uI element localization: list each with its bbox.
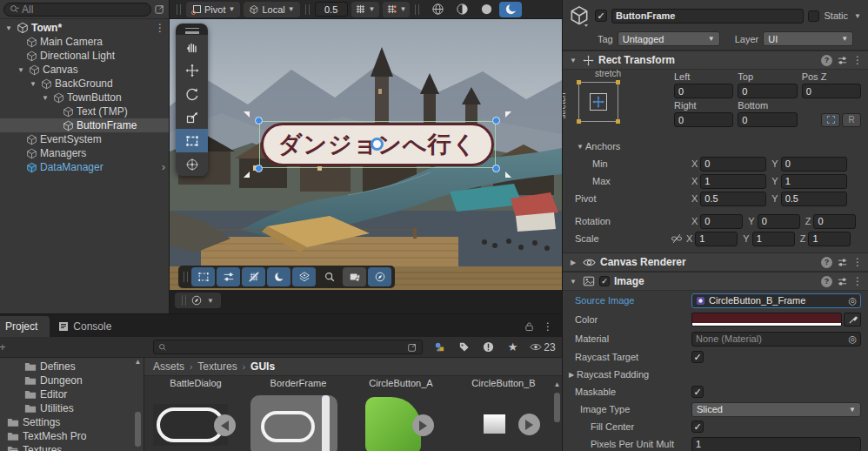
hierarchy-scene-row[interactable]: ▼ Town* ⋮ [0, 21, 169, 35]
layers-toggle[interactable] [292, 267, 316, 286]
asset-battledialog[interactable]: BattleDialog [144, 376, 247, 451]
rect-tool-toggle[interactable] [191, 267, 215, 286]
view-options-toggle[interactable] [217, 267, 240, 286]
hierarchy-search-input[interactable]: All [3, 3, 151, 17]
toolbar-drag-handle[interactable] [305, 4, 310, 15]
open-in-window-icon[interactable] [154, 3, 165, 15]
scale-x-field[interactable] [695, 232, 738, 246]
expand-subassets-button[interactable] [518, 414, 540, 435]
hierarchy-item-managers[interactable]: Managers [0, 146, 169, 160]
toolbar-drag-handle[interactable] [182, 295, 186, 306]
resize-handle-bottom-right[interactable] [492, 165, 500, 172]
warnings-filter-button[interactable] [477, 339, 500, 356]
component-enabled-checkbox[interactable]: ✓ [599, 276, 610, 286]
tab-console[interactable]: Console [50, 316, 124, 337]
resize-handle-top-left[interactable] [255, 117, 263, 125]
scene-menu-icon[interactable]: ⋮ [155, 22, 165, 34]
scene-viewport[interactable]: ダンジョンへ行く [170, 19, 562, 290]
toolbar-drag-handle[interactable] [415, 4, 419, 15]
favorites-button[interactable]: ★ [501, 339, 524, 356]
create-asset-button[interactable]: + [0, 340, 7, 353]
rect-tool-button[interactable] [176, 129, 208, 152]
pane-scrollbar[interactable]: ▲ [552, 358, 562, 451]
search-by-type-button[interactable] [428, 339, 451, 356]
scale-z-field[interactable] [808, 232, 851, 246]
orientation-toggle[interactable] [368, 267, 391, 286]
component-menu-icon[interactable]: ⋮ [852, 54, 863, 66]
anchor-max-x-field[interactable] [700, 174, 766, 189]
foldout-icon[interactable]: ▶ [566, 371, 577, 379]
rotation-x-field[interactable] [700, 214, 743, 229]
search-toggle[interactable] [317, 267, 341, 286]
bottom-field[interactable] [738, 112, 797, 127]
material-object-field[interactable]: None (Material) ◎ [691, 332, 861, 347]
folder-defines[interactable]: Defines [0, 360, 144, 374]
right-field[interactable] [674, 112, 733, 127]
anchor-preset-widget[interactable] [578, 82, 618, 122]
move-tool-button[interactable] [176, 58, 208, 82]
top-field[interactable] [738, 84, 797, 98]
active-checkbox[interactable]: ✓ [595, 10, 607, 22]
blueprint-mode-button[interactable] [821, 113, 840, 127]
image-type-dropdown[interactable]: Sliced▼ [691, 402, 861, 417]
transform-tool-button[interactable] [176, 152, 208, 176]
static-checkbox[interactable] [808, 10, 819, 22]
folder-utilities[interactable]: Utilities [0, 401, 144, 415]
breadcrumb-assets[interactable]: Assets [153, 360, 184, 373]
anchors-row[interactable]: ▼ Anchors [563, 138, 868, 155]
pivot-mode-dropdown[interactable]: Pivot▼ [186, 2, 240, 17]
anchor-min-y-field[interactable] [781, 157, 847, 172]
color-swatch[interactable] [691, 313, 842, 326]
scene-lighting-toggle[interactable] [267, 267, 290, 286]
hand-tool-button[interactable] [176, 35, 208, 58]
breadcrumb-guis[interactable]: GUIs [250, 360, 275, 373]
pivot-x-field[interactable] [700, 192, 766, 206]
presets-icon[interactable] [837, 55, 848, 66]
folder-editor[interactable]: Editor [0, 387, 144, 401]
presets-icon[interactable] [837, 257, 848, 268]
layer-dropdown[interactable]: UI▼ [763, 31, 853, 46]
hierarchy-item-buttonframe[interactable]: ButtonFrame [0, 118, 169, 132]
component-menu-icon[interactable]: ⋮ [852, 275, 863, 287]
hierarchy-item-main-camera[interactable]: Main Camera [0, 35, 169, 49]
ppu-field[interactable] [691, 437, 861, 451]
draw-mode-toggle[interactable] [426, 2, 449, 17]
snap-settings-dropdown[interactable]: ▼ [383, 2, 411, 17]
grid-size-field[interactable] [315, 2, 348, 17]
scale-tool-button[interactable] [176, 105, 208, 129]
breadcrumb-textures[interactable]: Textures [197, 360, 237, 373]
resize-handle-bottom-left[interactable] [255, 165, 263, 172]
handle-rotation-dropdown[interactable]: Local▼ [244, 2, 299, 17]
rotation-y-field[interactable] [758, 214, 800, 229]
tab-project[interactable]: Project [0, 316, 50, 337]
posz-field[interactable] [802, 84, 861, 98]
foldout-icon[interactable]: ▼ [40, 94, 50, 102]
link-broken-icon[interactable] [671, 232, 683, 245]
help-icon[interactable]: ? [821, 55, 832, 66]
foldout-icon[interactable]: ▼ [568, 57, 578, 64]
raycast-target-checkbox[interactable]: ✓ [691, 351, 704, 363]
pivot-y-field[interactable] [781, 192, 847, 206]
palette-drag-handle[interactable] [176, 24, 208, 35]
orientation-overlay[interactable]: ▼ [175, 293, 221, 308]
hierarchy-item-canvas[interactable]: ▼ Canvas [0, 63, 169, 77]
object-picker-icon[interactable]: ◎ [848, 333, 857, 345]
help-icon[interactable]: ? [821, 276, 832, 287]
rotation-z-field[interactable] [813, 214, 856, 229]
help-icon[interactable]: ? [821, 257, 832, 268]
hierarchy-item-directional-light[interactable]: Directional Light [0, 49, 169, 63]
hierarchy-item-datamanager[interactable]: DataManager › [0, 160, 169, 174]
folder-dungeon[interactable]: Dungeon [0, 374, 144, 387]
asset-borderframe[interactable]: BorderFrame [247, 376, 350, 451]
foldout-icon[interactable]: ▼ [28, 80, 38, 88]
prefab-open-arrow[interactable]: › [162, 161, 165, 173]
raw-edit-mode-button[interactable]: R [842, 113, 861, 127]
image-component-header[interactable]: ▼ ✓ Image ? ⋮ [563, 272, 868, 291]
grid-snap-toggle[interactable] [242, 267, 265, 286]
collapse-subassets-button[interactable] [214, 414, 236, 436]
audio-toggle[interactable] [475, 2, 497, 17]
project-search-input[interactable] [153, 340, 423, 354]
hierarchy-item-townbutton[interactable]: ▼ TownButton [0, 91, 169, 104]
eyedropper-button[interactable] [844, 313, 861, 326]
toolbar-drag-handle[interactable] [177, 4, 181, 15]
